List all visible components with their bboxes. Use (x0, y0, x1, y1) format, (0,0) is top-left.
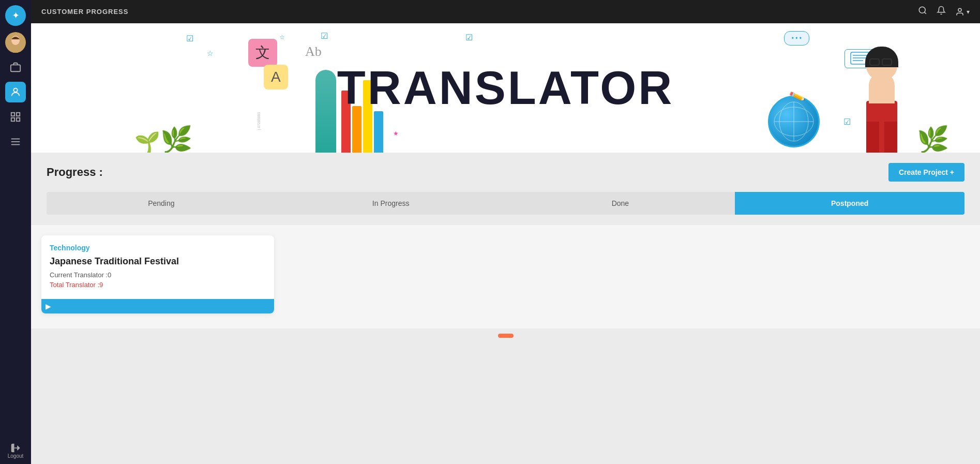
svg-rect-6 (17, 113, 20, 116)
sidebar-avatar[interactable] (5, 32, 26, 53)
card-total-translator: Total Translator :9 (50, 281, 266, 289)
page-content: ☑ ☑ ☑ ☑ ☆ ☆ ★ • • • 🌿 🌱 (31, 23, 980, 464)
card-category: Technology (50, 244, 266, 252)
project-card: Technology Japanese Traditional Festival… (41, 235, 274, 313)
sidebar-bottom: Logout (8, 443, 24, 459)
sidebar-item-list2[interactable] (5, 131, 26, 152)
progress-section: Progress : Create Project + Pending In P… (31, 153, 980, 215)
cards-area: Technology Japanese Traditional Festival… (31, 225, 980, 328)
tab-postponed[interactable]: Postponed (735, 192, 964, 215)
svg-point-4 (13, 88, 17, 92)
tab-inprogress[interactable]: In Progress (276, 192, 506, 215)
svg-point-14 (958, 8, 961, 11)
navbar-actions: ▾ (918, 6, 970, 18)
svg-rect-5 (11, 113, 14, 116)
svg-point-13 (919, 7, 925, 13)
navbar: CUSTOMER PROGRESS ▾ (31, 0, 980, 23)
scroll-indicator (31, 328, 980, 343)
create-project-button[interactable]: Create Project + (888, 163, 964, 182)
card-current-translator: Current Translator :0 (50, 271, 266, 279)
main-content: CUSTOMER PROGRESS ▾ (31, 0, 980, 464)
app-logo: ✦ (5, 5, 26, 26)
navbar-title: CUSTOMER PROGRESS (41, 8, 128, 16)
card-arrow-icon: ▶ (46, 302, 51, 310)
logout-button[interactable]: Logout (8, 443, 24, 459)
tab-done[interactable]: Done (506, 192, 735, 215)
lang-ab: Ab (305, 44, 322, 59)
svg-rect-3 (11, 65, 20, 71)
tab-pending[interactable]: Pending (47, 192, 276, 215)
sidebar-item-box[interactable] (5, 57, 26, 78)
card-body: Technology Japanese Traditional Festival… (41, 235, 274, 299)
user-menu[interactable]: ▾ (955, 7, 970, 17)
card-footer[interactable]: ▶ (41, 299, 274, 313)
tabs-row: Pending In Progress Done Postponed (47, 192, 964, 215)
svg-rect-8 (17, 118, 20, 121)
lang-a: A (264, 65, 288, 89)
lang-zh: 文 (248, 39, 277, 67)
hero-banner: ☑ ☑ ☑ ☑ ☆ ☆ ★ • • • 🌿 🌱 (31, 23, 980, 153)
progress-header: Progress : Create Project + (47, 163, 964, 182)
sidebar-item-list1[interactable] (5, 107, 26, 127)
svg-rect-7 (11, 118, 14, 121)
bell-icon[interactable] (937, 6, 946, 18)
search-icon[interactable] (918, 6, 927, 18)
hero-title: TRANSLATOR (337, 62, 674, 115)
card-title: Japanese Traditional Festival (50, 256, 266, 267)
progress-title: Progress : (47, 166, 103, 179)
sidebar-item-users[interactable] (5, 82, 26, 102)
scroll-dot (498, 334, 514, 338)
sidebar: ✦ (0, 0, 31, 464)
